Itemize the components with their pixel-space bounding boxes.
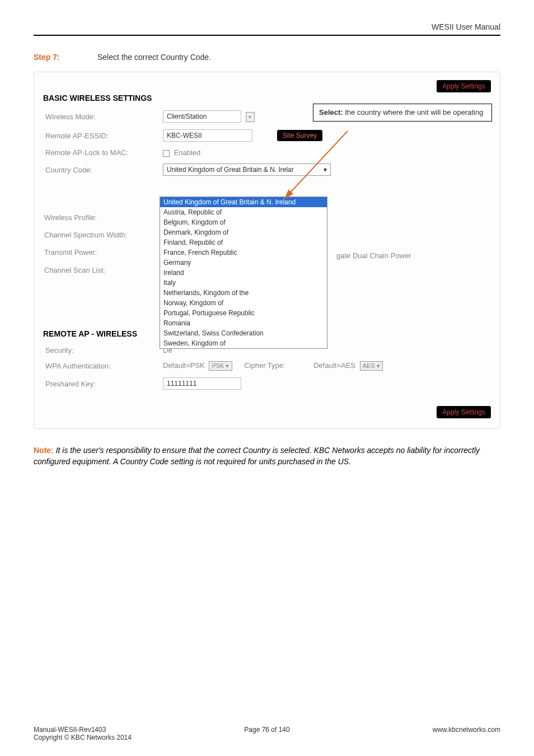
- footer-line1: Manual-WESII-Rev1403: [34, 726, 132, 734]
- page-header-title: WESII User Manual: [34, 22, 500, 31]
- remote-ap-heading: REMOTE AP - WIRELESS: [43, 329, 137, 338]
- remote-form: Security: De WPA Authentication: Default…: [43, 343, 491, 393]
- wpa-auth-select[interactable]: PSK ▾: [209, 361, 232, 371]
- dual-chain-label: gate Dual Chain Power: [336, 251, 411, 260]
- transmit-power-label: Transmit Power:: [44, 244, 127, 261]
- preshared-label: Preshared Key:: [43, 374, 161, 393]
- step-text: Select the correct Country Code.: [97, 53, 211, 62]
- remote-ap-essid-input[interactable]: KBC-WESII: [163, 129, 252, 142]
- remote-ap-essid-label: Remote AP-ESSID:: [43, 126, 161, 145]
- dropdown-option[interactable]: Belgium, Kingdom of: [160, 217, 327, 227]
- note-label: Note:: [34, 446, 54, 455]
- dropdown-option[interactable]: Denmark, Kingdom of: [160, 227, 327, 237]
- dropdown-option[interactable]: Switzerland, Swiss Confederation: [160, 328, 327, 338]
- hidden-labels: Wireless Profile: Channel Spectrum Width…: [44, 209, 127, 279]
- dropdown-option[interactable]: Sweden, Kingdom of: [160, 338, 327, 348]
- wpa-auth-value: Default=PSK: [163, 361, 205, 370]
- callout-box: Select: the country where the unit will …: [313, 104, 492, 122]
- cipher-select[interactable]: AES ▾: [360, 361, 383, 371]
- footer-url: www.kbcnetworks.com: [433, 726, 500, 734]
- wpa-auth-sel: PSK: [212, 362, 224, 369]
- step-label: Step 7:: [34, 53, 95, 62]
- security-label: Security:: [43, 343, 161, 358]
- wireless-mode-label: Wireless Mode:: [43, 107, 161, 126]
- dropdown-option[interactable]: Portugal, Portuguese Republic: [160, 308, 327, 318]
- channel-spectrum-label: Channel Spectrum Width:: [44, 226, 127, 244]
- country-code-select[interactable]: United Kingdom of Great Britain & N. Ire…: [163, 164, 331, 176]
- callout-text: the country where the unit will be opera…: [343, 108, 484, 116]
- chevron-down-icon[interactable]: ▾: [324, 166, 327, 174]
- note-block: Note: It is the user's responsibility to…: [34, 445, 500, 468]
- dropdown-option[interactable]: United Kingdom of Great Britain & N. Ire…: [160, 197, 327, 207]
- apply-settings-button-top[interactable]: Apply Settings: [437, 80, 491, 92]
- footer-page-number: Page 76 of 140: [244, 726, 289, 734]
- chevron-down-icon[interactable]: ▾: [246, 112, 255, 122]
- dropdown-option[interactable]: Netherlands, Kingdom of the: [160, 288, 327, 298]
- page-footer: Manual-WESII-Rev1403 Copyright © KBC Net…: [34, 726, 500, 741]
- dropdown-option[interactable]: Ireland: [160, 268, 327, 278]
- callout-prefix: Select:: [319, 108, 343, 116]
- wireless-profile-label: Wireless Profile:: [44, 209, 127, 226]
- dropdown-option[interactable]: Romania: [160, 318, 327, 328]
- dropdown-option[interactable]: Norway, Kingdom of: [160, 298, 327, 308]
- step-line: Step 7: Select the correct Country Code.: [34, 53, 500, 62]
- cipher-value: Default=AES: [313, 361, 355, 370]
- cipher-sel: AES: [363, 362, 375, 369]
- channel-scan-label: Channel Scan List:: [44, 262, 127, 279]
- cipher-label: Cipher Type:: [244, 361, 285, 370]
- site-survey-button[interactable]: Site Survey: [277, 130, 322, 141]
- note-text: It is the user's responsibility to ensur…: [34, 446, 480, 466]
- dropdown-option[interactable]: Austria, Republic of: [160, 207, 327, 217]
- remote-ap-lock-label: Remote AP-Lock to MAC:: [43, 145, 161, 160]
- preshared-key-input[interactable]: 11111111: [163, 377, 241, 390]
- dropdown-option[interactable]: France, French Republic: [160, 248, 327, 258]
- dropdown-option[interactable]: Finland, Republic of: [160, 237, 327, 248]
- settings-panel: Apply Settings Select: the country where…: [34, 72, 500, 429]
- apply-settings-button-bottom[interactable]: Apply Settings: [437, 406, 491, 418]
- ap-lock-checkbox[interactable]: [163, 150, 170, 157]
- dropdown-option[interactable]: Germany: [160, 258, 327, 268]
- country-code-value: United Kingdom of Great Britain & N. Ire…: [167, 166, 294, 174]
- header-rule: [34, 35, 500, 36]
- basic-wireless-heading: BASIC WIRELESS SETTINGS: [43, 94, 491, 102]
- country-code-dropdown[interactable]: United Kingdom of Great Britain & N. Ire…: [160, 197, 327, 349]
- wireless-mode-select[interactable]: Client/Station: [163, 110, 241, 123]
- wpa-auth-label: WPA Authentication:: [43, 358, 161, 374]
- footer-line2: Copyright © KBC Networks 2014: [34, 734, 132, 741]
- country-code-label: Country Code:: [43, 160, 161, 179]
- ap-lock-value: Enabled: [174, 148, 201, 157]
- dropdown-option[interactable]: Italy: [160, 278, 327, 288]
